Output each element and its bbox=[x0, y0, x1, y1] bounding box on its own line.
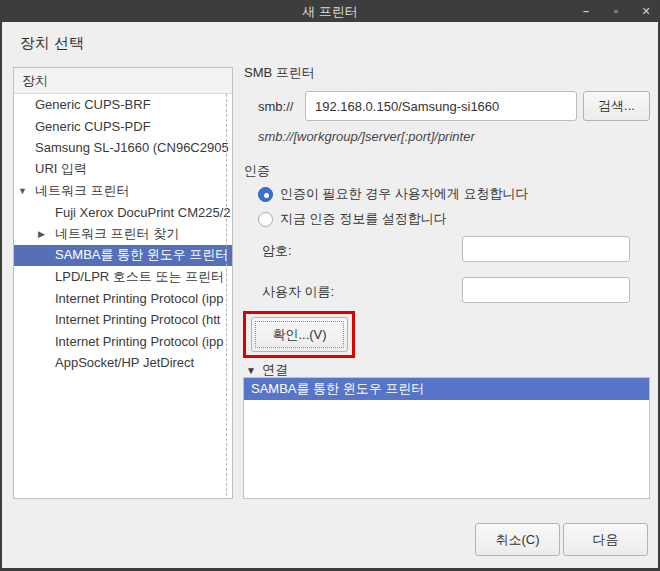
maximize-icon[interactable]: ▫ bbox=[608, 3, 624, 19]
minimize-icon[interactable]: – bbox=[578, 3, 594, 19]
browse-button[interactable]: 검색... bbox=[583, 91, 650, 121]
window-title: 새 프린터 bbox=[0, 3, 660, 21]
device-row-samba-selected[interactable]: SAMBA를 통한 윈도우 프린터 bbox=[14, 245, 232, 267]
new-printer-dialog: 새 프린터 – ▫ ✕ 장치 선택 장치 Generic CUPS-BRF Ge… bbox=[0, 0, 660, 571]
device-row[interactable]: AppSocket/HP JetDirect bbox=[14, 352, 232, 374]
device-row[interactable]: LPD/LPR 호스트 또는 프린터 bbox=[14, 266, 232, 288]
dialog-content: 장치 선택 장치 Generic CUPS-BRF Generic CUPS-P… bbox=[2, 22, 658, 568]
device-row-network-printers[interactable]: ▼ 네트워크 프린터 bbox=[14, 180, 232, 202]
connection-list: SAMBA를 통한 윈도우 프린터 bbox=[243, 377, 650, 499]
auth-section-title: 인증 bbox=[244, 162, 270, 180]
username-input[interactable] bbox=[462, 277, 630, 303]
device-list-panel: 장치 Generic CUPS-BRF Generic CUPS-PDF Sam… bbox=[13, 67, 233, 499]
smb-uri-hint: smb://[workgroup/]server[:port]/printer bbox=[258, 129, 475, 144]
device-row[interactable]: Samsung SL-J1660 (CN96C2905 bbox=[14, 137, 232, 159]
device-row[interactable]: Internet Printing Protocol (ipp bbox=[14, 288, 232, 310]
titlebar: 새 프린터 – ▫ ✕ bbox=[0, 0, 660, 22]
device-row[interactable]: Internet Printing Protocol (ipp bbox=[14, 331, 232, 353]
password-label: 암호: bbox=[262, 242, 292, 260]
radio-prompt-user[interactable]: 인증이 필요한 경우 사용자에게 요청합니다 bbox=[258, 185, 528, 203]
device-row[interactable]: Generic CUPS-PDF bbox=[14, 116, 232, 138]
username-label: 사용자 이름: bbox=[262, 283, 334, 301]
device-row[interactable]: Fuji Xerox DocuPrint CM225/2 bbox=[14, 202, 232, 224]
device-row-find-network-printer[interactable]: ▶ 네트워크 프린터 찾기 bbox=[14, 223, 232, 245]
verify-button[interactable]: 확인...(V) bbox=[251, 317, 348, 352]
radio-selected-icon[interactable] bbox=[258, 187, 273, 202]
device-row[interactable]: Internet Printing Protocol (htt bbox=[14, 309, 232, 331]
cancel-button[interactable]: 취소(C) bbox=[475, 523, 560, 556]
page-title: 장치 선택 bbox=[20, 34, 84, 53]
radio-unselected-icon[interactable] bbox=[258, 212, 273, 227]
password-input[interactable] bbox=[462, 236, 630, 262]
close-icon[interactable]: ✕ bbox=[638, 3, 654, 19]
device-column-header[interactable]: 장치 bbox=[14, 68, 232, 94]
expander-collapsed-icon[interactable]: ▶ bbox=[38, 229, 55, 239]
smb-address-input[interactable] bbox=[305, 91, 577, 121]
device-row[interactable]: Generic CUPS-BRF bbox=[14, 94, 232, 116]
radio-set-auth-now[interactable]: 지금 인증 정보를 설정합니다 bbox=[258, 210, 447, 228]
expander-expanded-icon[interactable]: ▼ bbox=[18, 186, 35, 196]
smb-section-title: SMB 프린터 bbox=[244, 64, 315, 82]
smb-scheme-label: smb:// bbox=[258, 99, 293, 114]
device-tree: Generic CUPS-BRF Generic CUPS-PDF Samsun… bbox=[14, 94, 232, 374]
column-separator bbox=[226, 94, 227, 499]
window-controls: – ▫ ✕ bbox=[578, 0, 654, 22]
expander-expanded-icon: ▼ bbox=[246, 365, 256, 376]
device-row[interactable]: URI 입력 bbox=[14, 159, 232, 181]
connection-row-samba-selected[interactable]: SAMBA를 통한 윈도우 프린터 bbox=[244, 378, 649, 400]
next-button[interactable]: 다음 bbox=[563, 523, 648, 556]
